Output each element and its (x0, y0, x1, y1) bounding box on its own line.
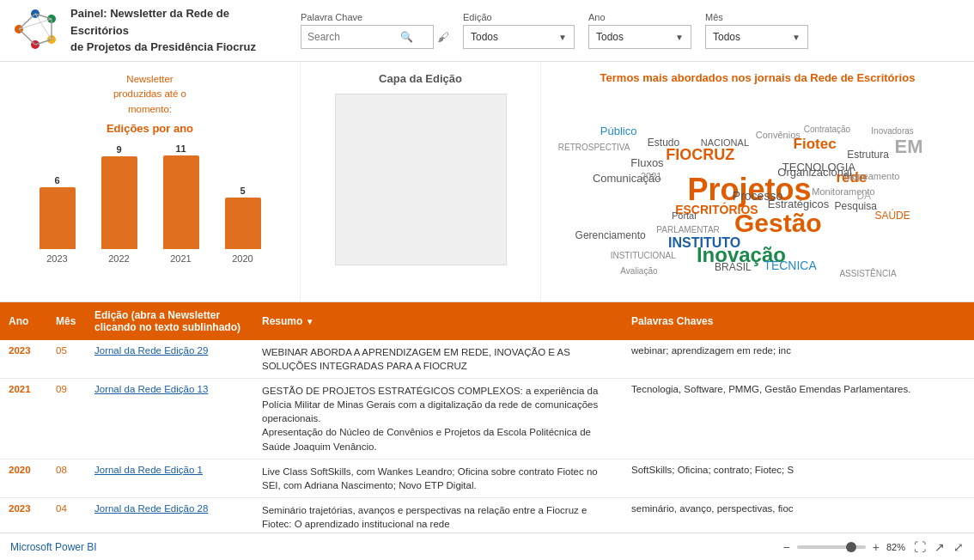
zoom-plus-button[interactable]: + (871, 540, 881, 554)
bar-value: 11 (175, 143, 186, 154)
cell-summary: WEBINAR ABORDA A APRENDIZAGEM EM REDE, I… (253, 340, 623, 379)
search-box[interactable]: 🔍 (301, 25, 434, 49)
word-assistencia: ASSISTÊNCIA (839, 268, 896, 277)
cell-month: 08 (47, 459, 86, 497)
chevron-down-icon: ▼ (792, 33, 801, 42)
zoom-slider-track[interactable] (797, 545, 866, 549)
edition-filter-group: Edição Todos ▼ (463, 12, 575, 49)
right-panel: Termos mais abordados nos jornais da Red… (541, 62, 974, 301)
bar-group-2020: 5 2020 (225, 143, 261, 264)
svg-line-6 (19, 29, 35, 45)
logo-area: Rede de Escritórios de Projetos (10, 7, 60, 54)
search-filter-group: Palavra Chave 🔍 🖌 (301, 12, 449, 49)
cell-keywords: SoftSkills; Oficina; contrato; Fiotec; S (623, 459, 974, 497)
word-tecnica: TÉCNICA (764, 259, 816, 272)
word-publico: Público (600, 125, 637, 137)
bar (101, 156, 137, 249)
year-select[interactable]: Todos ▼ (588, 25, 691, 49)
cell-edition[interactable]: Jornal da Rede Edição 28 (86, 497, 253, 533)
cell-year: 2023 (0, 497, 47, 533)
powerbi-link[interactable]: Microsoft Power BI (10, 541, 97, 553)
word-portal: Portal (672, 210, 697, 221)
bar-year-label: 2023 (46, 253, 67, 264)
edition-label: Edição (463, 12, 575, 22)
word-organizacional: Organizacional (777, 166, 852, 179)
bar (40, 187, 76, 249)
cover-section-title: Capa da Edição (379, 72, 462, 85)
bar-value: 9 (116, 144, 121, 155)
word-convenios: Convênios (756, 130, 801, 140)
bar-chart: 6 2023 9 2022 11 2021 5 2020 (14, 143, 286, 264)
cell-edition[interactable]: Jornal da Rede Edição 1 (86, 459, 253, 497)
zoom-value: 82% (886, 542, 905, 552)
month-label: Mês (705, 12, 808, 22)
word-brasil: BRASIL (715, 261, 752, 273)
cell-edition[interactable]: Jornal da Rede Edição 13 (86, 379, 253, 459)
zoom-slider-thumb[interactable] (846, 542, 856, 552)
word-nacional: NACIONAL (701, 137, 749, 148)
table-row: 2021 09 Jornal da Rede Edição 13 GESTÃO … (0, 379, 974, 459)
col-header-keywords: Palavras Chaves (623, 302, 974, 340)
word-retrospectiva: RETROSPECTIVA (558, 142, 630, 151)
bar-year-label: 2020 (232, 253, 253, 264)
left-panel: Newsletterproduzidas até omomento: Ediçõ… (0, 62, 301, 301)
word-estudo: Estudo (648, 137, 679, 149)
month-select[interactable]: Todos ▼ (705, 25, 808, 49)
table-row: 2020 08 Jornal da Rede Edição 1 Live Cla… (0, 459, 974, 497)
footer-right: − + 82% ⛶ ↗ ⤢ (782, 540, 964, 554)
brush-icon[interactable]: 🖌 (437, 30, 449, 44)
share-icon[interactable]: ↗ (934, 540, 945, 554)
cell-year: 2021 (0, 379, 47, 459)
cell-summary: Live Class SoftSkills, com Wankes Leandr… (253, 459, 623, 497)
wordcloud: Projetos Gestão Inovação FIOCRUZ INSTITU… (553, 91, 962, 289)
word-parlamentar: PARLAMENTAR (656, 225, 720, 234)
cell-year: 2023 (0, 340, 47, 379)
bar (163, 155, 199, 249)
word-da: DA (856, 190, 871, 202)
col-header-edition: Edição (abra a Newsletterclicando no tex… (86, 302, 253, 340)
zoom-controls: − + 82% (782, 540, 905, 554)
wordcloud-title: Termos mais abordados nos jornais da Red… (553, 70, 962, 86)
word-em: EM (895, 136, 923, 158)
year-label: Ano (588, 12, 691, 22)
table-wrapper[interactable]: Ano Mês Edição (abra a Newsletterclicand… (0, 302, 974, 533)
word-inovadoras: Inovadoras (871, 126, 913, 136)
search-label: Palavra Chave (301, 12, 449, 22)
bar-value: 6 (54, 175, 59, 186)
top-content: Newsletterproduzidas até omomento: Ediçõ… (0, 62, 974, 302)
footer: Microsoft Power BI − + 82% ⛶ ↗ ⤢ (0, 533, 974, 560)
logo-icon: Rede de Escritórios de Projetos (10, 7, 60, 52)
middle-panel: Capa da Edição (301, 62, 541, 301)
page-title-area: Painel: Newsletter da Rede de Escritório… (70, 5, 277, 56)
word-contratacao: Contratação (804, 124, 850, 133)
year-filter-group: Ano Todos ▼ (588, 12, 691, 49)
col-header-year: Ano (0, 302, 47, 340)
cell-summary: GESTÃO DE PROJETOS ESTRATÉGICOS COMPLEXO… (253, 379, 623, 459)
cell-keywords: Tecnologia, Software, PMMG, Gestão Emend… (623, 379, 974, 459)
cell-edition[interactable]: Jornal da Rede Edição 29 (86, 340, 253, 379)
expand-icon[interactable]: ⤢ (953, 540, 964, 554)
cell-keywords: seminário, avanço, perspectivas, fioc (623, 497, 974, 533)
chart-title: Edições por ano (107, 122, 193, 135)
chevron-down-icon: ▼ (558, 33, 567, 42)
edition-select[interactable]: Todos ▼ (463, 25, 575, 49)
word-2021: 2021 (641, 171, 661, 181)
col-header-month: Mês (47, 302, 86, 340)
word-institucional: INSTITUCIONAL (611, 251, 676, 260)
footer-left[interactable]: Microsoft Power BI (10, 541, 97, 553)
header: Rede de Escritórios de Projetos Painel: … (0, 0, 974, 62)
col-header-summary: Resumo ▼ (253, 302, 623, 340)
zoom-minus-button[interactable]: − (782, 540, 792, 554)
word-mapeamento: Mapeamento (844, 171, 899, 181)
bar-group-2021: 11 2021 (163, 143, 199, 264)
cell-month: 05 (47, 340, 86, 379)
data-table: Ano Mês Edição (abra a Newsletterclicand… (0, 302, 974, 533)
search-input[interactable] (307, 31, 400, 43)
fullscreen-icon[interactable]: ⛶ (914, 540, 926, 554)
month-filter-group: Mês Todos ▼ (705, 12, 808, 49)
table-section: Ano Mês Edição (abra a Newsletterclicand… (0, 302, 974, 533)
cell-month: 09 (47, 379, 86, 459)
bar-group-2022: 9 2022 (101, 143, 137, 264)
word-saude: SAÚDE (874, 210, 910, 222)
page-title: Painel: Newsletter da Rede de Escritório… (70, 5, 277, 56)
